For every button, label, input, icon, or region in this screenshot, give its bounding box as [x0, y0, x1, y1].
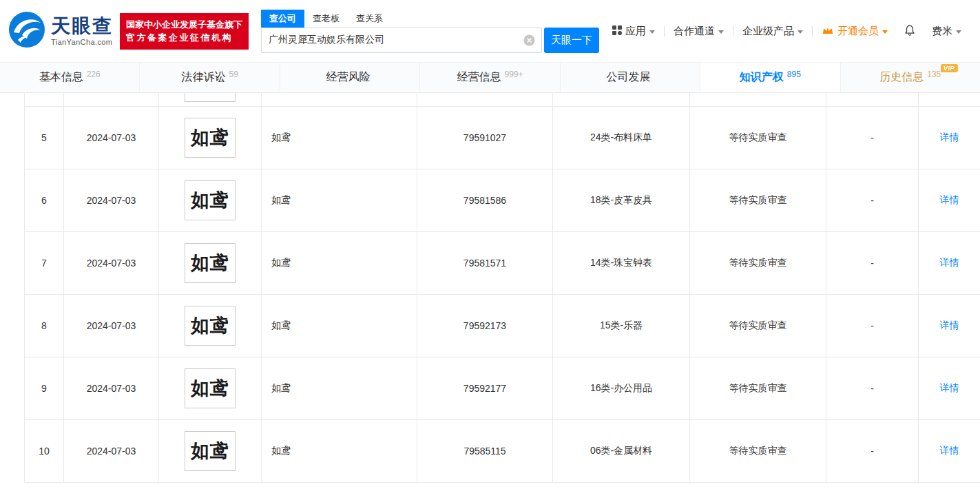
tianyancha-logo-icon: [8, 11, 45, 51]
search-button[interactable]: 天眼一下: [544, 28, 599, 53]
row-index: 5: [24, 107, 64, 169]
trademark-image-cell: 如鸢: [159, 169, 262, 231]
table-row: 7 2024-07-03 如鸢 如鸢 79581571 14类-珠宝钟表 等待实…: [24, 232, 980, 295]
tab-label: 基本信息: [39, 70, 83, 85]
trademark-name: 如鸢: [262, 232, 417, 294]
detail-link[interactable]: 详情: [940, 194, 959, 207]
trademark-name: 如鸢: [262, 107, 417, 169]
detail-link[interactable]: 详情: [940, 445, 959, 457]
tab-label: 公司发展: [606, 70, 650, 85]
extra-value: -: [826, 357, 919, 419]
trademark-image-fragment: [185, 93, 236, 102]
certification-badge-line1: 国家中小企业发展子基金旗下: [126, 18, 242, 32]
category-cell: [553, 93, 690, 106]
nav-cooperation-label: 合作通道: [674, 25, 715, 38]
trademark-status: 等待实质审查: [690, 420, 826, 482]
extra-value: -: [826, 420, 919, 482]
apply-date: 2024-07-03: [64, 295, 159, 357]
row-index: 8: [24, 295, 64, 357]
nav-enterprise-products[interactable]: 企业级产品: [733, 25, 812, 38]
action-cell: 详情: [919, 107, 980, 169]
tab-count: 226: [87, 70, 101, 79]
trademark-image[interactable]: 如鸢: [185, 118, 236, 158]
chevron-down-icon: [649, 30, 655, 34]
tab-basic-info[interactable]: 基本信息 226: [0, 63, 139, 92]
crown-icon: [822, 25, 834, 37]
apps-grid-icon: [612, 25, 622, 37]
detail-link[interactable]: 详情: [940, 320, 959, 332]
detail-link[interactable]: 详情: [940, 132, 959, 144]
chevron-down-icon: [797, 30, 803, 34]
registration-number: 79592177: [417, 357, 553, 419]
tab-label: 经营信息: [457, 70, 501, 85]
trademark-image-cell: 如鸢: [159, 295, 262, 357]
nav-open-vip-label: 开通会员: [837, 25, 879, 38]
trademark-image[interactable]: 如鸢: [185, 306, 236, 346]
search-input[interactable]: [261, 28, 542, 53]
tab-legal-litigation[interactable]: 法律诉讼 59: [139, 63, 279, 92]
search-tab-boss[interactable]: 查老板: [304, 10, 348, 28]
action-cell: 详情: [919, 420, 980, 482]
nav-open-vip[interactable]: 开通会员: [813, 25, 897, 38]
tab-business-info[interactable]: 经营信息 999+: [419, 63, 559, 92]
trademark-image[interactable]: 如鸢: [185, 180, 236, 220]
trademark-name: 如鸢: [262, 295, 417, 357]
row-index: 7: [24, 232, 64, 294]
extra-cell: [826, 93, 919, 106]
trademark-image[interactable]: 如鸢: [185, 431, 236, 471]
trademark-status: 等待实质审查: [690, 295, 826, 357]
trademark-status: 等待实质审查: [690, 169, 826, 231]
detail-link[interactable]: 详情: [940, 257, 959, 269]
row-index: 6: [24, 169, 64, 231]
trademark-image[interactable]: 如鸢: [185, 368, 236, 408]
status-cell: [690, 93, 826, 106]
apply-date: 2024-07-03: [64, 420, 159, 482]
top-navigation: 应用 合作通道 企业级产品 开通会员: [603, 23, 970, 39]
tab-count: 135: [927, 70, 941, 79]
extra-value: -: [826, 232, 919, 294]
trademark-image-cell: 如鸢: [159, 357, 262, 419]
brand-name: 天眼查: [51, 17, 113, 36]
certification-badge: 国家中小企业发展子基金旗下 官方备案企业征信机构: [120, 13, 249, 50]
tab-intellectual-property[interactable]: 知识产权 895: [700, 63, 840, 92]
row-index: 10: [24, 420, 64, 482]
trademark-category: 14类-珠宝钟表: [553, 232, 690, 294]
trademark-status: 等待实质审查: [690, 107, 826, 169]
action-cell: 详情: [919, 357, 980, 419]
trademark-name: 如鸢: [262, 357, 417, 419]
trademark-category: 15类-乐器: [553, 295, 690, 357]
trademark-name: 如鸢: [262, 169, 417, 231]
tab-history-info[interactable]: VIP 历史信息 135: [840, 63, 980, 92]
trademark-image-cell: [159, 93, 262, 106]
tab-count: 59: [229, 70, 238, 79]
trademark-category: 06类-金属材料: [553, 420, 690, 482]
registration-number: 79585115: [417, 420, 553, 482]
tianyancha-logo[interactable]: 天眼查 TianYanCha.com: [8, 11, 113, 51]
chevron-down-icon: [956, 30, 961, 34]
user-menu[interactable]: 费米: [923, 25, 970, 38]
table-row: 9 2024-07-03 如鸢 如鸢 79592177 16类-办公用品 等待实…: [24, 357, 980, 420]
tab-label: 知识产权: [740, 70, 784, 85]
trademark-name-cell: [262, 93, 417, 106]
search-tab-relation[interactable]: 查关系: [348, 10, 391, 28]
username-label: 费米: [932, 25, 952, 38]
registration-number: 79581586: [417, 169, 553, 231]
tab-business-risk[interactable]: 经营风险: [280, 63, 419, 92]
trademark-status: 等待实质审查: [690, 232, 826, 294]
clear-search-icon[interactable]: [523, 34, 535, 46]
search-tab-company[interactable]: 查公司: [261, 10, 304, 28]
nav-apps[interactable]: 应用: [603, 25, 664, 38]
tab-label: 经营风险: [326, 70, 371, 85]
extra-value: -: [826, 107, 919, 169]
trademark-status: 等待实质审查: [690, 357, 826, 419]
trademark-image-cell: 如鸢: [159, 232, 262, 294]
tab-company-development[interactable]: 公司发展: [560, 63, 700, 92]
trademark-image[interactable]: 如鸢: [185, 243, 236, 283]
notifications-button[interactable]: [897, 23, 923, 39]
nav-cooperation[interactable]: 合作通道: [665, 25, 733, 38]
apply-date: 2024-07-03: [64, 357, 159, 419]
trademark-image-cell: 如鸢: [159, 420, 262, 482]
search-area: 查公司 查老板 查关系 天眼一下: [261, 10, 599, 53]
detail-link[interactable]: 详情: [940, 382, 959, 395]
chevron-down-icon: [718, 30, 724, 34]
